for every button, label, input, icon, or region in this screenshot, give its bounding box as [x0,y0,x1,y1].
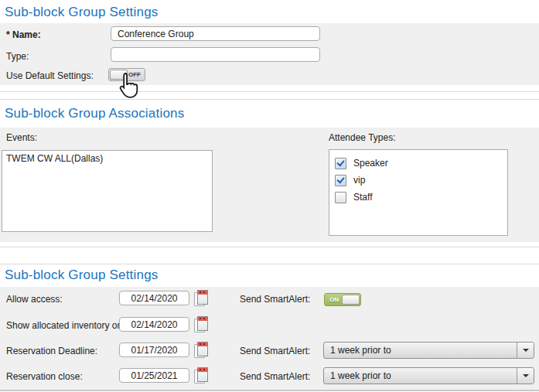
sub-block-group-form: Sub-block Group Settings * Name: Type: U… [0,0,539,392]
panel-associations: Events: TWEM CW ALL(Dallas) Attendee Typ… [0,128,539,242]
separator-line [0,91,539,92]
events-label: Events: [6,132,37,143]
send-smartalert-toggle[interactable]: ON [324,293,361,306]
separator-line [0,99,539,100]
attendee-types-label: Attendee Types: [329,132,396,143]
show-allocated-inventory-date-input[interactable] [119,317,189,332]
send-smartalert-label: Send SmartAlert: [240,294,310,305]
reservation-deadline-date-input[interactable] [119,343,189,357]
separator-line [0,247,539,247]
calendar-front-page [197,342,208,356]
toggle-knob [342,295,360,305]
attendee-option-row: Speaker [329,155,507,172]
calendar-front-page [197,367,208,382]
type-label: Type: [6,51,29,62]
hand-pointer-cursor-icon [116,72,141,100]
calendar-front-page [197,290,208,305]
reservation-deadline-label: Reservation Deadline: [6,346,97,356]
attendee-types-listbox[interactable]: Speaker vip Staff [329,149,508,236]
send-smartalert-label: Send SmartAlert: [240,371,310,382]
attendee-option-row: Staff [329,189,507,206]
events-list-item[interactable]: TWEM CW ALL(Dallas) [2,151,212,166]
bottom-separator-line [0,390,539,391]
dropdown-selected-value: 1 week prior to [324,368,517,383]
dropdown-selected-value: 1 week prior to [324,343,517,358]
attendee-option-label: Staff [353,192,372,203]
section-title-associations: Sub-block Group Associations [5,106,184,121]
dropdown-open-button[interactable] [517,368,534,383]
panel-settings-top: * Name: Type: Use Default Settings: OFF [0,23,539,85]
attendee-checkbox-staff[interactable] [335,192,346,203]
toggle-state-label: ON [329,294,339,305]
chevron-down-icon [523,374,529,377]
attendee-option-label: vip [353,175,365,186]
allow-access-date-input[interactable] [119,291,189,305]
allow-access-label: Allow access: [6,294,63,305]
attendee-checkbox-speaker[interactable] [335,158,346,169]
calendar-icon[interactable] [194,367,208,383]
attendee-checkbox-vip[interactable] [335,175,346,186]
panel-settings-bottom: Allow access: Send SmartAlert: ON Show a… [0,287,539,390]
send-smartalert-label: Send SmartAlert: [240,346,310,356]
calendar-icon[interactable] [194,316,208,332]
section-title-settings-top: Sub-block Group Settings [5,5,159,20]
events-listbox[interactable]: TWEM CW ALL(Dallas) [2,150,213,232]
show-allocated-inventory-label: Show allocated inventory on: [6,320,125,331]
attendee-option-row: vip [329,172,507,189]
reservation-close-date-input[interactable] [119,368,189,383]
chevron-down-icon [523,349,529,352]
reservation-close-label: Reservation close: [6,371,83,382]
dropdown-open-button[interactable] [517,343,534,358]
smartalert-timing-dropdown[interactable]: 1 week prior to [323,342,534,359]
calendar-icon[interactable] [194,342,208,357]
name-label: * Name: [6,29,41,40]
separator-line [0,264,539,264]
name-input[interactable] [111,26,320,41]
smartalert-timing-dropdown[interactable]: 1 week prior to [323,367,534,384]
section-title-settings-bottom: Sub-block Group Settings [5,268,159,283]
calendar-icon[interactable] [194,290,208,305]
attendee-option-label: Speaker [353,158,388,169]
type-input[interactable] [111,47,320,62]
calendar-front-page [197,316,208,331]
use-default-settings-label: Use Default Settings: [6,70,94,81]
